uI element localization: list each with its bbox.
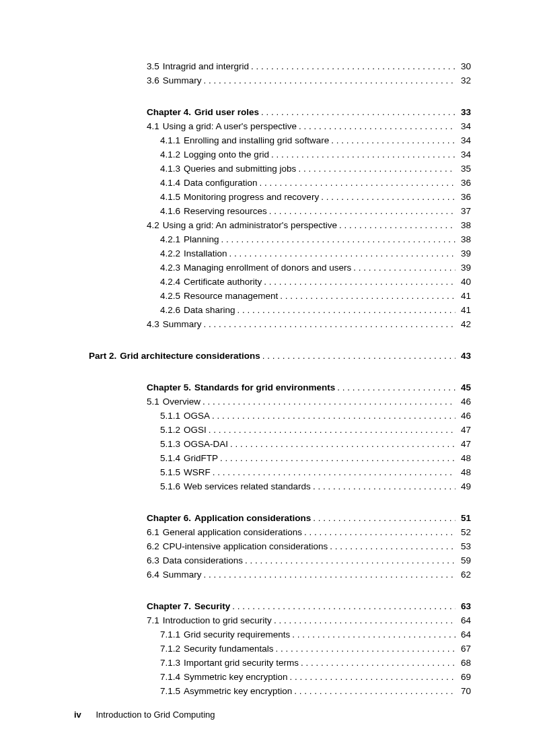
entry-page: 38 xyxy=(458,218,471,232)
entry-page: 48 xyxy=(458,465,471,479)
entry-title: Queries and submitting jobs xyxy=(184,162,296,176)
entry-number: 4.2 xyxy=(147,218,159,232)
entry-page: 59 xyxy=(458,553,471,568)
leader-dots xyxy=(298,162,455,176)
leader-dots xyxy=(274,613,455,627)
entry-number: 7.1.4 xyxy=(160,670,180,684)
leader-dots xyxy=(290,670,455,684)
toc-entry: Chapter 5.Standards for grid environment… xyxy=(147,380,471,394)
toc-entry: 4.1.4Data configuration36 xyxy=(147,176,471,190)
entry-page: 45 xyxy=(458,380,471,394)
entry-page: 43 xyxy=(458,349,471,363)
entry-page: 32 xyxy=(458,73,471,88)
entry-number: Chapter 4. xyxy=(147,105,191,119)
leader-dots xyxy=(294,684,455,698)
entry-page: 63 xyxy=(458,599,471,613)
toc-entry: 7.1.1Grid security requirements64 xyxy=(147,627,471,642)
entry-title: Grid user roles xyxy=(194,105,259,119)
toc-entry: Chapter 6.Application considerations51 xyxy=(147,511,471,525)
toc-block: 3.5Intragrid and intergrid303.6Summary32 xyxy=(147,59,471,88)
entry-number: Chapter 5. xyxy=(147,380,191,394)
entry-number: 4.1.5 xyxy=(160,190,180,204)
leader-dots xyxy=(232,599,455,613)
toc-block: Chapter 7.Security637.1Introduction to g… xyxy=(147,599,471,698)
toc-entry: 4.2Using a grid: An administrator's pers… xyxy=(147,218,471,232)
entry-page: 62 xyxy=(458,568,471,582)
entry-number: 5.1.4 xyxy=(160,451,180,465)
entry-title: Certificate authority xyxy=(184,275,262,289)
entry-number: 6.2 xyxy=(147,539,159,553)
toc-entry: Chapter 7.Security63 xyxy=(147,599,471,613)
entry-page: 70 xyxy=(458,684,471,698)
toc-entry: 6.4Summary62 xyxy=(147,568,471,582)
entry-title: Summary xyxy=(163,73,202,88)
entry-number: 5.1.1 xyxy=(160,409,180,423)
entry-number: 4.2.6 xyxy=(160,303,180,317)
leader-dots xyxy=(204,317,455,331)
toc-entry: 7.1Introduction to grid security64 xyxy=(147,613,471,627)
entry-number: 7.1.3 xyxy=(160,656,180,670)
entry-number: 6.1 xyxy=(147,525,159,539)
toc-entry: 7.1.4Symmetric key encryption69 xyxy=(147,670,471,684)
entry-number: 4.1 xyxy=(147,119,159,133)
entry-title: Reserving resources xyxy=(184,204,267,218)
entry-title: Application considerations xyxy=(194,511,311,525)
entry-number: 4.2.5 xyxy=(160,289,180,303)
toc-entry: 7.1.3Important grid security terms68 xyxy=(147,656,471,670)
entry-number: 6.4 xyxy=(147,568,159,582)
toc-entry: 4.3Summary42 xyxy=(147,317,471,331)
entry-number: 4.1.1 xyxy=(160,133,180,147)
toc-entry: 6.1General application considerations52 xyxy=(147,525,471,539)
entry-number: 7.1 xyxy=(147,613,159,627)
leader-dots xyxy=(337,380,455,394)
entry-title: Managing enrollment of donors and users xyxy=(184,261,351,275)
entry-number: 3.6 xyxy=(147,73,159,88)
footer-title: Introduction to Grid Computing xyxy=(96,710,215,720)
toc-entry: Chapter 4.Grid user roles33 xyxy=(147,105,471,119)
toc-entry: 5.1.4GridFTP48 xyxy=(147,451,471,465)
toc-block: Part 2.Grid architecture considerations4… xyxy=(147,349,471,363)
leader-dots xyxy=(280,289,455,303)
entry-page: 35 xyxy=(458,162,471,176)
entry-number: 4.2.3 xyxy=(160,261,180,275)
entry-title: Data considerations xyxy=(163,553,243,568)
entry-page: 41 xyxy=(458,303,471,317)
leader-dots xyxy=(261,105,455,119)
toc-block: Chapter 5.Standards for grid environment… xyxy=(147,380,471,493)
leader-dots xyxy=(292,627,455,642)
entry-page: 30 xyxy=(458,59,471,73)
entry-page: 51 xyxy=(458,511,471,525)
entry-title: Security fundamentals xyxy=(184,642,274,656)
entry-title: Data configuration xyxy=(184,176,258,190)
entry-title: Enrolling and installing grid software xyxy=(184,133,329,147)
footer-page-number: iv xyxy=(74,710,81,720)
toc-entry: Part 2.Grid architecture considerations4… xyxy=(89,349,471,363)
toc-entry: 7.1.2Security fundamentals67 xyxy=(147,642,471,656)
entry-title: Using a grid: A user's perspective xyxy=(163,119,297,133)
entry-number: 4.2.4 xyxy=(160,275,180,289)
leader-dots xyxy=(264,275,455,289)
entry-page: 47 xyxy=(458,437,471,451)
toc-entry: 6.3Data considerations59 xyxy=(147,553,471,568)
entry-page: 42 xyxy=(458,317,471,331)
entry-page: 41 xyxy=(458,289,471,303)
entry-page: 53 xyxy=(458,539,471,553)
entry-title: Standards for grid environments xyxy=(194,380,335,394)
entry-title: GridFTP xyxy=(184,451,218,465)
leader-dots xyxy=(331,133,455,147)
leader-dots xyxy=(237,303,455,317)
toc-block: Chapter 4.Grid user roles334.1Using a gr… xyxy=(147,105,471,331)
entry-page: 33 xyxy=(458,105,471,119)
entry-page: 68 xyxy=(458,656,471,670)
leader-dots xyxy=(330,539,455,553)
leader-dots xyxy=(204,73,455,88)
entry-title: OGSA-DAI xyxy=(184,437,228,451)
leader-dots xyxy=(212,409,455,423)
entry-title: Logging onto the grid xyxy=(184,147,269,162)
entry-number: 5.1.5 xyxy=(160,465,180,479)
entry-number: 4.1.4 xyxy=(160,176,180,190)
entry-title: Introduction to grid security xyxy=(163,613,272,627)
toc-entry: 5.1.2OGSI47 xyxy=(147,423,471,437)
leader-dots xyxy=(213,465,455,479)
leader-dots xyxy=(276,642,455,656)
